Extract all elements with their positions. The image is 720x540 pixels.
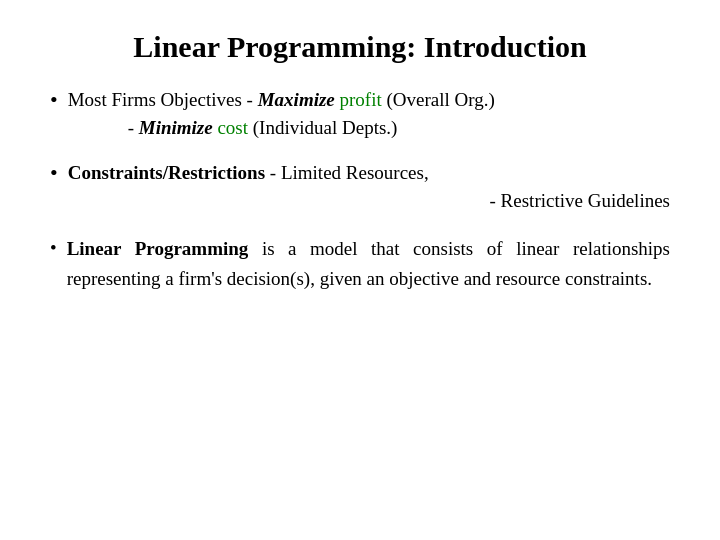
bullet-lp: • Linear Programming is a model that con… xyxy=(50,234,670,293)
bullet-objectives: • Most Firms Objectives - Maximize profi… xyxy=(50,86,670,141)
minimize-label: Minimize xyxy=(139,117,213,138)
constraints-line2: - Restrictive Guidelines xyxy=(68,187,670,215)
slide-title: Linear Programming: Introduction xyxy=(50,30,670,64)
bullet-dot-1: • xyxy=(50,87,58,113)
overall-org: (Overall Org.) xyxy=(382,89,495,110)
constraints-bold: Constraints/Restrictions xyxy=(68,162,265,183)
individual-depts: (Individual Depts.) xyxy=(248,117,397,138)
bullet-lp-content: Linear Programming is a model that consi… xyxy=(67,234,670,293)
bullet-constraints: • Constraints/Restrictions - Limited Res… xyxy=(50,159,670,214)
objectives-line2: - Minimize cost (Individual Depts.) xyxy=(68,114,670,142)
maximize-label: Maximize xyxy=(258,89,335,110)
constraints-normal: - Limited Resources, xyxy=(265,162,429,183)
bullet-dot-3: • xyxy=(50,237,57,259)
cost-label: cost xyxy=(217,117,248,138)
profit-label: profit xyxy=(340,89,382,110)
slide: Linear Programming: Introduction • Most … xyxy=(0,0,720,540)
bullet-dot-2: • xyxy=(50,160,58,186)
bullet-objectives-content: Most Firms Objectives - Maximize profit … xyxy=(68,86,670,141)
bullet-constraints-content: Constraints/Restrictions - Limited Resou… xyxy=(68,159,670,214)
objectives-prefix: Most Firms Objectives - xyxy=(68,89,258,110)
lp-bold: Linear Programming xyxy=(67,238,249,259)
